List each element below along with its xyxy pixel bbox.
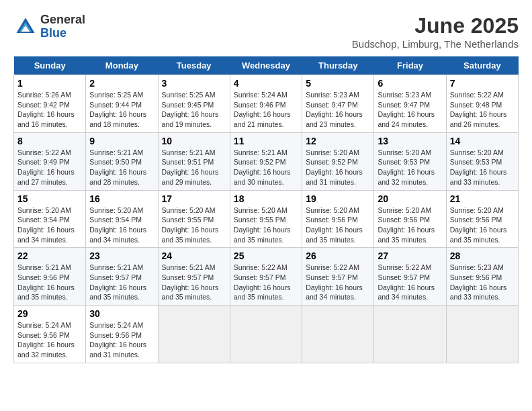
day-number: 24 (162, 250, 226, 261)
day-number: 22 (17, 250, 82, 261)
calendar-cell: 9Sunrise: 5:21 AMSunset: 9:50 PMDaylight… (86, 132, 158, 190)
weekday-header-saturday: Saturday (446, 56, 518, 75)
day-info: Sunrise: 5:20 AMSunset: 9:56 PMDaylight:… (378, 205, 442, 245)
logo-blue: Blue (40, 27, 85, 40)
day-number: 26 (306, 250, 370, 261)
day-info: Sunrise: 5:24 AMSunset: 9:56 PMDaylight:… (89, 320, 154, 360)
calendar-cell: 6Sunrise: 5:23 AMSunset: 9:47 PMDaylight… (374, 75, 446, 133)
day-number: 29 (17, 308, 82, 319)
calendar-cell: 5Sunrise: 5:23 AMSunset: 9:47 PMDaylight… (302, 75, 374, 133)
day-info: Sunrise: 5:21 AMSunset: 9:56 PMDaylight:… (17, 263, 82, 302)
day-info: Sunrise: 5:24 AMSunset: 9:46 PMDaylight:… (234, 90, 298, 130)
day-number: 16 (89, 193, 154, 204)
calendar-cell: 25Sunrise: 5:22 AMSunset: 9:57 PMDayligh… (230, 248, 302, 306)
day-number: 18 (234, 193, 298, 204)
calendar-week-3: 15Sunrise: 5:20 AMSunset: 9:54 PMDayligh… (14, 190, 519, 248)
day-info: Sunrise: 5:20 AMSunset: 9:56 PMDaylight:… (306, 205, 370, 245)
day-info: Sunrise: 5:20 AMSunset: 9:52 PMDaylight:… (306, 148, 370, 187)
calendar-cell: 23Sunrise: 5:21 AMSunset: 9:57 PMDayligh… (86, 248, 158, 306)
calendar-cell: 7Sunrise: 5:22 AMSunset: 9:48 PMDaylight… (446, 75, 518, 133)
day-number: 11 (234, 136, 298, 146)
day-info: Sunrise: 5:21 AMSunset: 9:52 PMDaylight:… (234, 148, 298, 187)
day-info: Sunrise: 5:21 AMSunset: 9:50 PMDaylight:… (89, 148, 154, 187)
calendar-cell: 21Sunrise: 5:20 AMSunset: 9:56 PMDayligh… (446, 190, 518, 248)
title-area: June 2025 Budschop, Limburg, The Netherl… (352, 13, 519, 50)
weekday-header-friday: Friday (374, 56, 446, 75)
day-number: 27 (378, 250, 442, 261)
calendar-cell: 30Sunrise: 5:24 AMSunset: 9:56 PMDayligh… (86, 306, 158, 363)
logo-text: General Blue (40, 13, 85, 40)
day-number: 13 (378, 136, 442, 146)
day-info: Sunrise: 5:21 AMSunset: 9:57 PMDaylight:… (89, 263, 154, 302)
calendar-cell: 22Sunrise: 5:21 AMSunset: 9:56 PMDayligh… (14, 248, 86, 306)
calendar-cell: 17Sunrise: 5:20 AMSunset: 9:55 PMDayligh… (158, 190, 230, 248)
logo: General Blue (13, 13, 85, 40)
month-title: June 2025 (352, 13, 519, 38)
logo-general: General (40, 13, 85, 27)
calendar-week-5: 29Sunrise: 5:24 AMSunset: 9:56 PMDayligh… (14, 306, 519, 363)
calendar-cell: 20Sunrise: 5:20 AMSunset: 9:56 PMDayligh… (374, 190, 446, 248)
calendar-cell: 3Sunrise: 5:25 AMSunset: 9:45 PMDaylight… (158, 75, 230, 133)
calendar-cell: 1Sunrise: 5:26 AMSunset: 9:42 PMDaylight… (14, 75, 86, 133)
weekday-header-monday: Monday (86, 56, 158, 75)
day-info: Sunrise: 5:25 AMSunset: 9:45 PMDaylight:… (162, 90, 226, 130)
day-number: 25 (234, 250, 298, 261)
calendar-cell: 4Sunrise: 5:24 AMSunset: 9:46 PMDaylight… (230, 75, 302, 133)
day-info: Sunrise: 5:20 AMSunset: 9:55 PMDaylight:… (162, 205, 226, 245)
day-number: 10 (162, 136, 226, 146)
calendar-cell: 29Sunrise: 5:24 AMSunset: 9:56 PMDayligh… (14, 306, 86, 363)
calendar-cell: 16Sunrise: 5:20 AMSunset: 9:54 PMDayligh… (86, 190, 158, 248)
day-number: 23 (89, 250, 154, 261)
calendar-cell: 2Sunrise: 5:25 AMSunset: 9:44 PMDaylight… (86, 75, 158, 133)
day-info: Sunrise: 5:21 AMSunset: 9:51 PMDaylight:… (162, 148, 226, 187)
day-number: 19 (306, 193, 370, 204)
day-info: Sunrise: 5:23 AMSunset: 9:47 PMDaylight:… (306, 90, 370, 130)
calendar-cell: 8Sunrise: 5:22 AMSunset: 9:49 PMDaylight… (14, 132, 86, 190)
day-number: 5 (306, 78, 370, 89)
day-info: Sunrise: 5:22 AMSunset: 9:48 PMDaylight:… (450, 90, 515, 130)
calendar-cell: 26Sunrise: 5:22 AMSunset: 9:57 PMDayligh… (302, 248, 374, 306)
day-info: Sunrise: 5:26 AMSunset: 9:42 PMDaylight:… (17, 90, 82, 130)
day-info: Sunrise: 5:20 AMSunset: 9:53 PMDaylight:… (450, 148, 515, 187)
day-number: 4 (234, 78, 298, 89)
weekday-header-wednesday: Wednesday (230, 56, 302, 75)
day-number: 17 (162, 193, 226, 204)
calendar-cell: 15Sunrise: 5:20 AMSunset: 9:54 PMDayligh… (14, 190, 86, 248)
calendar-cell: 19Sunrise: 5:20 AMSunset: 9:56 PMDayligh… (302, 190, 374, 248)
day-number: 9 (89, 136, 154, 146)
calendar-cell (230, 306, 302, 363)
day-info: Sunrise: 5:23 AMSunset: 9:47 PMDaylight:… (378, 90, 442, 130)
day-number: 7 (450, 78, 515, 89)
calendar-week-1: 1Sunrise: 5:26 AMSunset: 9:42 PMDaylight… (14, 75, 519, 133)
page-header: General Blue June 2025 Budschop, Limburg… (13, 13, 519, 50)
calendar-cell: 13Sunrise: 5:20 AMSunset: 9:53 PMDayligh… (374, 132, 446, 190)
calendar-week-2: 8Sunrise: 5:22 AMSunset: 9:49 PMDaylight… (14, 132, 519, 190)
day-number: 14 (450, 136, 515, 146)
day-number: 15 (17, 193, 82, 204)
day-number: 20 (378, 193, 442, 204)
calendar-cell (302, 306, 374, 363)
day-info: Sunrise: 5:23 AMSunset: 9:56 PMDaylight:… (450, 263, 515, 302)
weekday-header-sunday: Sunday (14, 56, 86, 75)
logo-icon (13, 15, 38, 39)
weekday-header-tuesday: Tuesday (158, 56, 230, 75)
day-number: 30 (89, 308, 154, 319)
day-number: 12 (306, 136, 370, 146)
day-info: Sunrise: 5:20 AMSunset: 9:55 PMDaylight:… (234, 205, 298, 245)
calendar-table: SundayMondayTuesdayWednesdayThursdayFrid… (13, 56, 519, 363)
calendar-cell: 27Sunrise: 5:22 AMSunset: 9:57 PMDayligh… (374, 248, 446, 306)
day-number: 6 (378, 78, 442, 89)
calendar-cell: 10Sunrise: 5:21 AMSunset: 9:51 PMDayligh… (158, 132, 230, 190)
day-info: Sunrise: 5:21 AMSunset: 9:57 PMDaylight:… (162, 263, 226, 302)
day-number: 28 (450, 250, 515, 261)
calendar-cell: 18Sunrise: 5:20 AMSunset: 9:55 PMDayligh… (230, 190, 302, 248)
location-title: Budschop, Limburg, The Netherlands (352, 38, 519, 50)
day-number: 2 (89, 78, 154, 89)
calendar-cell: 12Sunrise: 5:20 AMSunset: 9:52 PMDayligh… (302, 132, 374, 190)
calendar-cell: 28Sunrise: 5:23 AMSunset: 9:56 PMDayligh… (446, 248, 518, 306)
day-number: 8 (17, 136, 82, 146)
day-info: Sunrise: 5:20 AMSunset: 9:56 PMDaylight:… (450, 205, 515, 245)
day-info: Sunrise: 5:20 AMSunset: 9:53 PMDaylight:… (378, 148, 442, 187)
calendar-cell: 14Sunrise: 5:20 AMSunset: 9:53 PMDayligh… (446, 132, 518, 190)
weekday-header-thursday: Thursday (302, 56, 374, 75)
